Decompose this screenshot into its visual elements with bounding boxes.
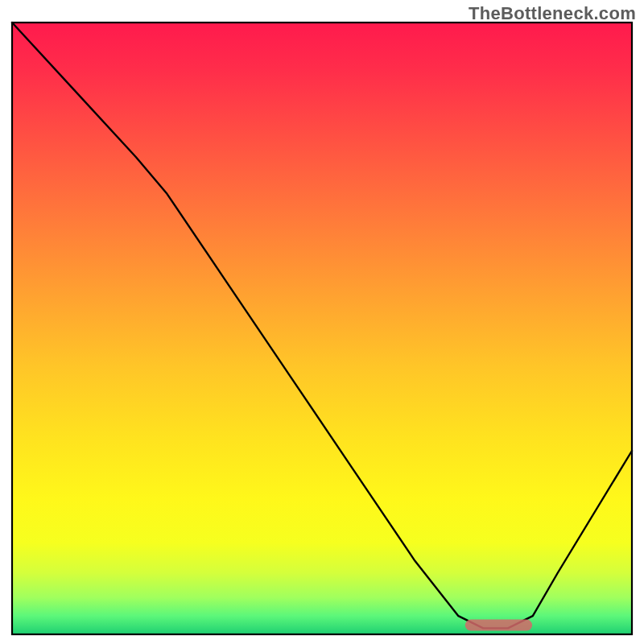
chart-container: TheBottleneck.com [0, 0, 644, 644]
bottleneck-curve [12, 23, 632, 628]
chart-overlay [12, 23, 632, 634]
plot-border [12, 23, 632, 634]
plot-area [12, 23, 632, 634]
watermark-text: TheBottleneck.com [469, 3, 636, 24]
